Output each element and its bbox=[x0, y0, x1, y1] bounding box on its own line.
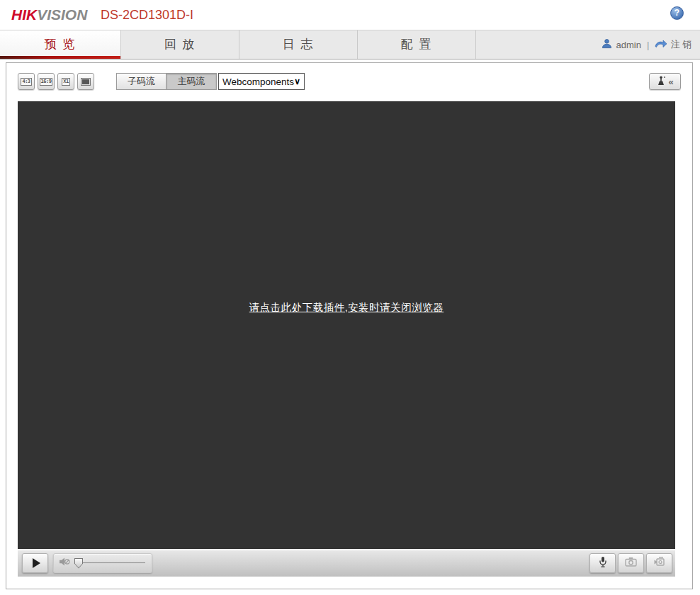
main-stream-button[interactable]: 主码流 bbox=[166, 73, 217, 90]
two-way-audio-button[interactable] bbox=[589, 553, 616, 573]
ptz-joystick-icon bbox=[656, 76, 666, 88]
sub-stream-button[interactable]: 子码流 bbox=[116, 73, 166, 90]
scale-1x-button[interactable]: X1 bbox=[57, 73, 74, 90]
logo-vision-text: VISION bbox=[37, 6, 87, 23]
video-area: 请点击此处下载插件,安装时请关闭浏览器 bbox=[18, 101, 675, 549]
tab-log[interactable]: 日 志 bbox=[239, 30, 358, 59]
volume-slider-track[interactable] bbox=[79, 562, 145, 564]
username: admin bbox=[616, 40, 641, 50]
plugin-download-link[interactable]: 请点击此处下载插件,安装时请关闭浏览器 bbox=[18, 301, 675, 314]
stream-switch: 子码流 主码流 bbox=[116, 73, 217, 90]
aspect-4-3-button[interactable]: 4:3 bbox=[18, 73, 35, 90]
record-button[interactable] bbox=[646, 553, 672, 573]
tab-configuration[interactable]: 配 置 bbox=[358, 30, 476, 59]
camcorder-icon bbox=[653, 557, 666, 570]
camera-web-ui: HIKVISION DS-2CD1301D-I ? 预 览 回 放 日 志 配 … bbox=[0, 0, 700, 595]
scale-1x-label: X1 bbox=[62, 78, 69, 86]
volume-slider-handle[interactable] bbox=[74, 558, 83, 569]
main-nav: 预 览 回 放 日 志 配 置 admin | 注 销 bbox=[0, 30, 700, 60]
logo-hik-text: HIK bbox=[11, 6, 37, 23]
self-adaptive-button[interactable] bbox=[77, 73, 94, 90]
plugin-type-value: Webcomponents bbox=[222, 76, 294, 87]
tab-playback[interactable]: 回 放 bbox=[121, 30, 239, 59]
play-button[interactable] bbox=[22, 553, 48, 573]
play-icon bbox=[33, 558, 40, 568]
ptz-panel-toggle-button[interactable]: « bbox=[649, 73, 681, 90]
user-area: admin | 注 销 bbox=[602, 30, 691, 59]
tab-preview[interactable]: 预 览 bbox=[0, 30, 121, 59]
aspect-16-9-label: 16:9 bbox=[40, 78, 53, 86]
camera-icon bbox=[625, 557, 637, 570]
select-dropdown-icon: ∨ bbox=[294, 76, 300, 86]
main-panel: 4:3 16:9 X1 子码流 主码流 Webcomponents ∨ bbox=[6, 62, 693, 589]
logout-label: 注 销 bbox=[670, 38, 691, 51]
header: HIKVISION DS-2CD1301D-I ? bbox=[0, 0, 700, 30]
volume-slider-handle-face bbox=[75, 559, 82, 568]
logout-button[interactable]: 注 销 bbox=[655, 38, 691, 51]
user-icon bbox=[602, 38, 612, 51]
volume-control bbox=[53, 553, 152, 573]
volume-slider[interactable] bbox=[74, 558, 147, 569]
help-icon[interactable]: ? bbox=[670, 6, 684, 20]
control-bar bbox=[18, 550, 675, 577]
user-separator: | bbox=[647, 40, 649, 50]
capture-snapshot-button[interactable] bbox=[618, 553, 644, 573]
device-model-title: DS-2CD1301D-I bbox=[101, 8, 193, 23]
aspect-16-9-button[interactable]: 16:9 bbox=[38, 73, 55, 90]
ptz-collapse-glyph: « bbox=[668, 76, 673, 87]
aspect-4-3-label: 4:3 bbox=[21, 78, 31, 86]
microphone-icon bbox=[599, 556, 607, 571]
preview-toolbar: 4:3 16:9 X1 子码流 主码流 Webcomponents ∨ bbox=[18, 73, 681, 91]
self-adaptive-icon bbox=[81, 78, 91, 86]
logout-arrow-icon bbox=[655, 39, 667, 50]
hikvision-logo: HIKVISION bbox=[11, 6, 87, 23]
plugin-type-select[interactable]: Webcomponents ∨ bbox=[218, 73, 305, 90]
speaker-muted-icon bbox=[59, 557, 71, 570]
